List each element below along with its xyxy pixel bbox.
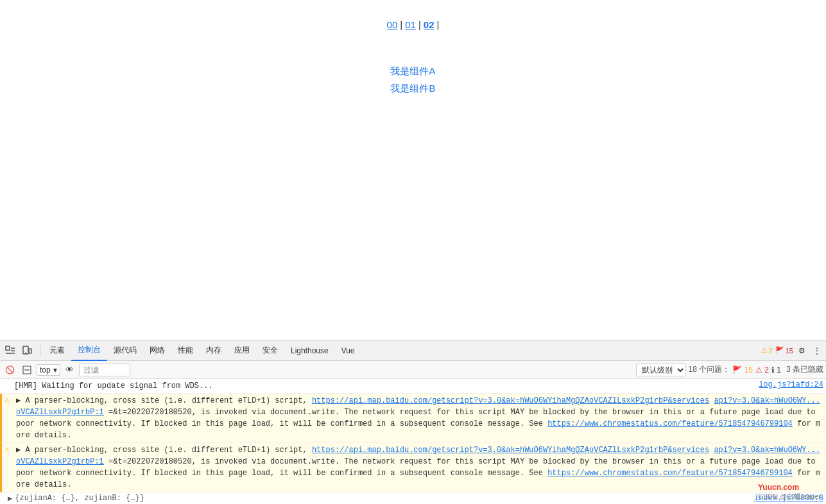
issue-info-count: ℹ 1: [771, 365, 781, 374]
error-icon: 🚩: [775, 346, 784, 355]
tab-vue[interactable]: Vue: [335, 340, 361, 361]
object-text-1: {zujianA: {…}, zujianB: {…}}: [15, 494, 144, 503]
devtools-left-icons: [3, 344, 40, 357]
more-options-button[interactable]: ⋮: [811, 345, 823, 357]
nav-link-02[interactable]: 02: [424, 19, 435, 30]
console-row-object-1: ▶ {zujianA: {…}, zujianB: {…}} index.js?…: [0, 492, 826, 504]
console-row-warning-1: ⚠ ▶ A parser-blocking, cross site (i.e. …: [0, 394, 826, 443]
warning-link-2a[interactable]: https://api.map.baidu.com/getscript?v=3.…: [312, 446, 709, 455]
collapse-all-button[interactable]: [20, 364, 34, 376]
tab-application[interactable]: 应用: [228, 340, 256, 361]
devtools-tabs-right: ⚠ 2 🚩 15 ⚙ ⋮: [761, 345, 823, 357]
warning-count: 2: [769, 347, 773, 355]
tab-lighthouse[interactable]: Lighthouse: [284, 340, 335, 361]
error-badge: 🚩 15: [775, 346, 793, 355]
nav-links: 00 | 01 | 02 |: [387, 19, 440, 30]
nav-separator-2: |: [418, 19, 421, 30]
hmr-text: [HMR] Waiting for update signal from WDS…: [14, 380, 759, 392]
tab-elements[interactable]: 元素: [43, 340, 71, 361]
nav-link-00[interactable]: 00: [387, 19, 398, 30]
watermark-csdn: CSDN @白蝶leader: [758, 492, 821, 501]
warning-badge: ⚠ 2: [761, 346, 773, 355]
toolbar-right: 默认级别 18 个问题： 🚩 15 ⚠ 2 ℹ 1 3 条已隐藏: [636, 364, 823, 376]
warning-text-2: ▶ A parser-blocking, cross site (i.e. di…: [16, 444, 823, 491]
console-row-warning-2: ⚠ ▶ A parser-blocking, cross site (i.e. …: [0, 443, 826, 492]
nav-link-01[interactable]: 01: [405, 19, 416, 30]
hidden-issues-label: 3 条已隐藏: [786, 364, 823, 375]
error-count: 15: [786, 347, 793, 355]
issue-error-count: ⚠ 2: [755, 365, 769, 374]
context-label: top: [40, 365, 51, 374]
tab-memory[interactable]: 内存: [200, 340, 228, 361]
inspect-element-button[interactable]: [3, 344, 18, 357]
chevron-down-icon: ▾: [53, 365, 57, 374]
tab-security[interactable]: 安全: [256, 340, 284, 361]
devtools-toolbar: 🚫 top ▾ 👁 默认级别 18 个问题： 🚩 15 ⚠ 2 ℹ 1 3 条已…: [0, 361, 826, 379]
warning-triangle-icon: ⚠: [761, 346, 768, 355]
devtools-tabs-bar: 元素 控制台 源代码 网络 性能 内存 应用 安全 Lighthouse Vue…: [0, 340, 826, 361]
watermark: Yuucn.com CSDN @白蝶leader: [758, 483, 821, 501]
expand-arrow-1[interactable]: ▶: [8, 494, 12, 503]
warning-icon-2: ⚠: [4, 444, 15, 454]
svg-rect-0: [6, 346, 10, 350]
component-a-text: 我是组件A: [390, 62, 435, 80]
devtools-panel: 元素 控制台 源代码 网络 性能 内存 应用 安全 Lighthouse Vue…: [0, 340, 826, 504]
nav-separator-3: |: [436, 19, 439, 30]
warning-link-1c[interactable]: https://www.chromestatus.com/feature/571…: [547, 419, 793, 428]
console-row-hmr: [HMR] Waiting for update signal from WDS…: [0, 379, 826, 394]
watermark-yuucn: Yuucn.com: [758, 483, 821, 492]
clear-console-button[interactable]: 🚫: [3, 364, 17, 376]
console-output: [HMR] Waiting for update signal from WDS…: [0, 379, 826, 504]
issues-label: 18 个问题：: [689, 364, 730, 375]
svg-rect-5: [29, 349, 31, 353]
context-dropdown[interactable]: top ▾: [37, 364, 60, 376]
warning-link-2c[interactable]: https://www.chromestatus.com/feature/571…: [547, 469, 793, 478]
settings-button[interactable]: ⚙: [796, 345, 808, 357]
issue-warning-count: 🚩 15: [732, 365, 753, 374]
warning-link-1a[interactable]: https://api.map.baidu.com/getscript?v=3.…: [312, 396, 709, 405]
log-level-dropdown[interactable]: 默认级别: [636, 364, 686, 376]
main-content: 00 | 01 | 02 | 我是组件A 我是组件B: [0, 0, 826, 340]
warning-icon-1: ⚠: [4, 395, 15, 405]
tab-sources[interactable]: 源代码: [107, 340, 143, 361]
warning-text-1: ▶ A parser-blocking, cross site (i.e. di…: [16, 395, 823, 441]
tab-network[interactable]: 网络: [143, 340, 171, 361]
hmr-source[interactable]: log.js?1afd:24: [759, 380, 823, 389]
tab-performance[interactable]: 性能: [171, 340, 200, 361]
live-expressions-button[interactable]: 👁: [63, 364, 76, 376]
component-text: 我是组件A 我是组件B: [390, 62, 435, 97]
device-toolbar-button[interactable]: [19, 344, 35, 357]
tab-console[interactable]: 控制台: [71, 340, 107, 361]
filter-input[interactable]: [79, 364, 130, 376]
component-b-text: 我是组件B: [390, 80, 435, 97]
nav-separator-1: |: [400, 19, 402, 30]
